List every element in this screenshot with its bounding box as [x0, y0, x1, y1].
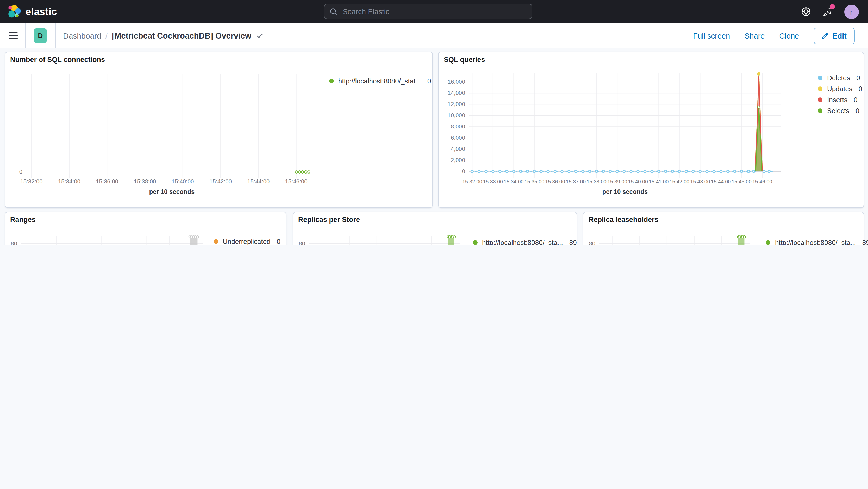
legend-label: http://localhost:8080/_sta... [482, 239, 563, 245]
legend-swatch-icon [329, 79, 334, 84]
notification-dot [830, 4, 835, 9]
svg-text:15:40:00: 15:40:00 [172, 178, 194, 184]
panel-number-of-sql-connections: Number of SQL connections 15:32:0015:34:… [4, 51, 433, 208]
panel-title: Ranges [10, 216, 36, 223]
legend-label: Underreplicated [223, 238, 271, 245]
panel-title: SQL queries [444, 56, 485, 63]
panel-title: Replica leaseholders [589, 216, 659, 223]
svg-text:15:39:00: 15:39:00 [607, 179, 627, 184]
svg-text:14,000: 14,000 [448, 89, 465, 96]
edit-button[interactable]: Edit [813, 27, 855, 44]
svg-text:15:34:00: 15:34:00 [504, 179, 523, 184]
svg-text:0: 0 [19, 168, 22, 175]
legend-value: 0 [849, 107, 859, 115]
legend-swatch-icon [818, 87, 823, 91]
breadcrumb: Dashboard / [Metricbeat CockroachDB] Ove… [63, 31, 264, 40]
svg-text:80: 80 [299, 240, 305, 245]
svg-text:4,000: 4,000 [451, 145, 465, 152]
legend-item[interactable]: http://localhost:8080/_sta...89 [473, 238, 569, 245]
legend-item[interactable]: Updates0 [818, 85, 856, 93]
legend-swatch-icon [473, 240, 477, 245]
user-avatar[interactable]: r [844, 4, 859, 19]
chart-canvas[interactable]: 15:32:0015:33:0015:34:0015:35:0015:36:00… [439, 52, 863, 207]
pencil-icon [822, 32, 829, 39]
legend-swatch-icon [766, 240, 770, 245]
legend-item[interactable]: http://localhost:8080/_sta...89 [766, 238, 856, 245]
svg-text:15:33:00: 15:33:00 [483, 179, 503, 184]
svg-text:15:37:00: 15:37:00 [566, 179, 586, 184]
dashboard-toolbar: D Dashboard / [Metricbeat CockroachDB] O… [0, 24, 868, 49]
legend-value: 0 [421, 78, 431, 85]
legend-label: http://localhost:8080/_stat... [338, 78, 421, 85]
chart-legend: http://localhost:8080/_stat...0 [329, 77, 425, 86]
divider [55, 23, 56, 48]
panel-title: Replicas per Store [298, 216, 360, 223]
svg-text:15:42:00: 15:42:00 [209, 178, 231, 184]
svg-text:15:34:00: 15:34:00 [58, 178, 80, 184]
top-navbar: elastic r [0, 0, 868, 24]
elastic-logo[interactable]: elastic [7, 5, 57, 19]
menu-icon[interactable] [9, 32, 18, 39]
legend-swatch-icon [213, 239, 218, 244]
chart-legend: Underreplicated0Overreplicated0Unavailab… [213, 237, 279, 245]
legend-item[interactable]: Inserts0 [818, 96, 856, 104]
chart-legend: http://localhost:8080/_sta...89 [473, 238, 569, 245]
search-icon [330, 7, 338, 16]
legend-label: http://localhost:8080/_sta... [775, 239, 856, 245]
help-icon[interactable] [801, 7, 811, 17]
svg-text:15:32:00: 15:32:00 [20, 178, 42, 184]
checkmark-icon[interactable] [256, 32, 264, 40]
legend-label: Deletes [827, 74, 850, 82]
svg-text:10,000: 10,000 [448, 112, 465, 118]
breadcrumb-separator: / [105, 31, 107, 40]
legend-value: 0 [271, 238, 280, 245]
svg-text:8,000: 8,000 [451, 123, 465, 129]
legend-item[interactable]: http://localhost:8080/_stat...0 [329, 77, 425, 86]
svg-text:16,000: 16,000 [448, 78, 465, 85]
full-screen-button[interactable]: Full screen [693, 32, 730, 40]
legend-label: Inserts [827, 96, 847, 104]
global-search[interactable] [324, 4, 532, 19]
breadcrumb-dashboard[interactable]: Dashboard [63, 31, 101, 40]
svg-text:6,000: 6,000 [451, 134, 465, 141]
share-button[interactable]: Share [745, 32, 765, 40]
legend-item[interactable]: Selects0 [818, 106, 856, 115]
navbar-right: r [801, 0, 859, 24]
space-badge[interactable]: D [34, 28, 47, 43]
svg-text:15:36:00: 15:36:00 [545, 179, 565, 184]
svg-text:12,000: 12,000 [448, 100, 465, 107]
legend-label: Updates [827, 85, 852, 93]
chart-canvas[interactable]: 15:32:0015:34:0015:36:0015:38:0015:40:00… [5, 52, 432, 207]
legend-value: 0 [850, 74, 860, 82]
svg-text:15:46:00: 15:46:00 [752, 179, 772, 184]
legend-item[interactable]: Underreplicated0 [213, 237, 279, 245]
legend-item[interactable]: Deletes0 [818, 74, 856, 82]
search-input[interactable] [342, 7, 532, 16]
svg-text:80: 80 [11, 240, 17, 245]
legend-value: 89 [856, 239, 868, 245]
svg-text:15:38:00: 15:38:00 [133, 178, 156, 184]
legend-swatch-icon [818, 98, 823, 102]
clone-button[interactable]: Clone [779, 32, 799, 40]
svg-text:15:44:00: 15:44:00 [711, 179, 731, 184]
svg-text:15:43:00: 15:43:00 [690, 179, 710, 184]
svg-text:0: 0 [462, 168, 465, 174]
logo-text: elastic [26, 6, 57, 18]
news-feed-icon[interactable] [822, 6, 833, 17]
svg-text:15:45:00: 15:45:00 [732, 179, 751, 184]
legend-value: 89 [563, 239, 577, 245]
toolbar-actions: Full screen Share Clone Edit [693, 27, 860, 44]
svg-text:15:44:00: 15:44:00 [247, 178, 270, 184]
svg-text:per 10 seconds: per 10 seconds [602, 188, 648, 195]
edit-button-label: Edit [832, 32, 847, 40]
svg-text:15:42:00: 15:42:00 [670, 179, 689, 184]
svg-text:15:36:00: 15:36:00 [96, 178, 118, 184]
panel-title: Number of SQL connections [10, 56, 105, 63]
legend-swatch-icon [818, 76, 823, 81]
svg-text:2,000: 2,000 [451, 157, 465, 163]
svg-text:15:32:00: 15:32:00 [462, 179, 482, 184]
svg-text:15:35:00: 15:35:00 [525, 179, 544, 184]
legend-swatch-icon [818, 109, 823, 113]
divider [25, 23, 26, 48]
legend-value: 0 [847, 96, 857, 104]
